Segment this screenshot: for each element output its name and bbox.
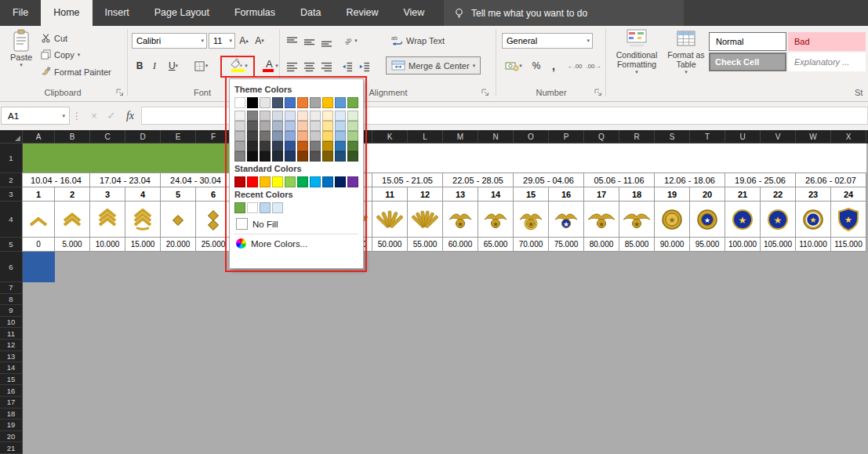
standard-color-swatch[interactable] [285,176,296,187]
align-center-button[interactable] [301,58,317,74]
cell-rank-icon-17[interactable]: ★ [584,202,619,238]
row-header-16[interactable]: 16 [0,385,23,397]
cell-week-range-3[interactable]: 24.04 - 30.04 [161,173,231,187]
theme-tint-swatch[interactable] [297,131,308,141]
standard-color-swatch[interactable] [347,176,358,187]
cell-rank-icon-13[interactable]: ★ [443,202,478,238]
row-header-10[interactable]: 10 [0,317,23,329]
cell-rank-number-12[interactable]: 12 [408,187,443,202]
italic-button[interactable]: I [148,57,161,74]
cell-rank-number-20[interactable]: 20 [690,187,725,202]
cell-rank-number-23[interactable]: 23 [796,187,831,202]
col-header-B[interactable]: B [55,130,90,143]
theme-tint-swatch[interactable] [297,111,308,121]
orientation-button[interactable]: ab ▾ [339,33,361,49]
col-header-N[interactable]: N [478,130,514,143]
row-header-21[interactable]: 21 [0,442,23,454]
fill-color-button[interactable]: ▾ [223,57,253,74]
tab-review[interactable]: Review [333,0,390,26]
cell-rank-number-22[interactable]: 22 [761,187,796,202]
cell-value-3[interactable]: 10.000 [90,238,125,252]
cell-style-explanatory[interactable]: Explanatory ... [788,53,866,71]
decrease-decimal-button[interactable]: .00→ [585,57,602,74]
cell-week-range-6[interactable]: 15.05 - 21.05 [372,173,443,187]
cell-rank-icon-6[interactable] [196,202,231,238]
row-header-15[interactable]: 15 [0,374,23,386]
theme-color-swatch[interactable] [272,97,283,108]
align-left-button[interactable] [284,58,300,74]
row-header-8[interactable]: 8 [0,294,23,306]
cell-week-range-12[interactable]: 26.06 - 02.07 [796,173,866,187]
col-header-D[interactable]: D [125,130,161,143]
theme-tint-swatch[interactable] [347,111,358,121]
cell-week-range-1[interactable]: 10.04 - 16.04 [23,173,90,187]
cell-rank-icon-1[interactable] [23,202,55,238]
theme-color-swatch[interactable] [285,97,296,108]
cell-value-12[interactable]: 55.000 [408,238,443,252]
row-header-13[interactable]: 13 [0,351,23,363]
cell-rank-icon-22[interactable]: ★ [761,202,796,238]
theme-tint-swatch[interactable] [297,121,308,131]
alignment-dialog-launcher[interactable] [481,89,491,98]
theme-tint-swatch[interactable] [285,111,296,121]
theme-tint-swatch[interactable] [310,131,321,141]
standard-color-swatch[interactable] [322,176,333,187]
cell-rank-number-24[interactable]: 24 [831,187,866,202]
cell-rank-number-2[interactable]: 2 [55,187,90,202]
cell-value-2[interactable]: 5.000 [55,238,90,252]
theme-tint-swatch[interactable] [272,151,283,162]
font-color-button[interactable]: A ▾ [256,57,285,74]
theme-tint-swatch[interactable] [347,151,358,162]
theme-tint-swatch[interactable] [247,141,258,151]
theme-color-swatch[interactable] [322,97,333,108]
recent-color-swatch[interactable] [247,202,258,213]
tab-insert[interactable]: Insert [93,0,142,26]
cell-rank-number-21[interactable]: 21 [725,187,761,202]
cell-rank-number-19[interactable]: 19 [655,187,690,202]
row-header-7[interactable]: 7 [0,282,23,294]
theme-tint-swatch[interactable] [285,151,296,162]
cell-rank-number-16[interactable]: 16 [549,187,584,202]
insert-function-icon[interactable]: fx [121,107,140,125]
theme-tint-swatch[interactable] [322,111,333,121]
col-header-T[interactable]: T [690,130,725,143]
row-header-20[interactable]: 20 [0,431,23,443]
cell-rank-icon-20[interactable]: ★ [690,202,725,238]
theme-tint-swatch[interactable] [260,111,271,121]
format-as-table-button[interactable]: Format as Table ▾ [665,29,707,87]
cell-rank-icon-21[interactable]: ★ [725,202,761,238]
align-bottom-button[interactable] [318,33,334,49]
cell-rank-number-6[interactable]: 6 [196,187,231,202]
col-header-O[interactable]: O [514,130,549,143]
theme-tint-swatch[interactable] [335,131,346,141]
increase-indent-button[interactable] [356,58,372,74]
cell-value-23[interactable]: 110.000 [796,238,831,252]
theme-color-swatch[interactable] [297,97,308,108]
row-header-9[interactable]: 9 [0,305,23,317]
font-name-combo[interactable]: Calibri ▾ [132,33,207,49]
theme-tint-swatch[interactable] [310,151,321,162]
row-header-1[interactable]: 1 [0,143,23,173]
number-format-combo[interactable]: General ▾ [502,33,593,49]
theme-tint-swatch[interactable] [260,141,271,151]
row-header-5[interactable]: 5 [0,238,23,252]
theme-tint-swatch[interactable] [285,131,296,141]
shrink-font-button[interactable]: A▾ [252,33,267,49]
col-header-X[interactable]: X [831,130,866,143]
standard-color-swatch[interactable] [272,176,283,187]
cell-rank-number-5[interactable]: 5 [161,187,196,202]
cell-style-bad[interactable]: Bad [788,32,866,51]
cell-rank-icon-14[interactable]: ★ [478,202,514,238]
cell-value-19[interactable]: 90.000 [655,238,690,252]
select-all-corner[interactable] [0,130,23,143]
number-dialog-launcher[interactable] [594,89,604,98]
grow-font-button[interactable]: A▴ [237,33,251,49]
cell-rank-number-11[interactable]: 11 [372,187,408,202]
theme-tint-swatch[interactable] [310,121,321,131]
cell-rank-icon-11[interactable] [372,202,408,238]
cell-value-22[interactable]: 105.000 [761,238,796,252]
cell-style-normal[interactable]: Normal [709,32,786,51]
col-header-V[interactable]: V [761,130,796,143]
theme-tint-swatch[interactable] [335,121,346,131]
cell-value-1[interactable]: 0 [23,238,55,252]
